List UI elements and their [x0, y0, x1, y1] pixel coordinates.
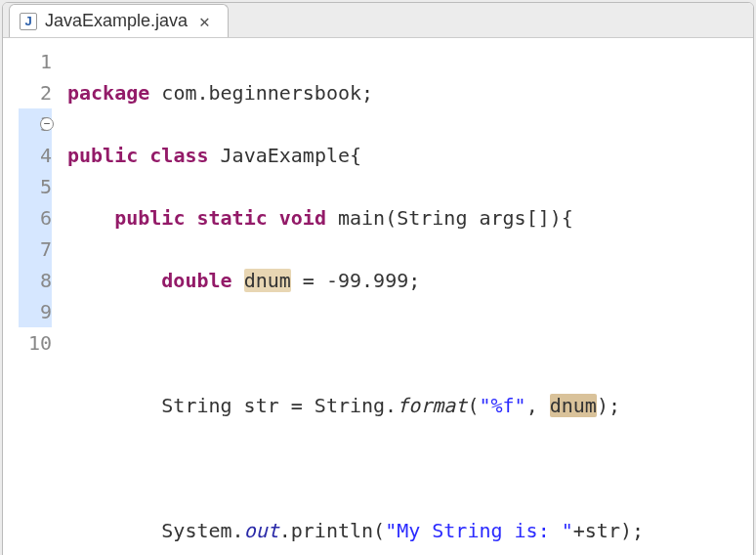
- line-number: 1: [19, 46, 52, 77]
- line-number: 9: [19, 296, 52, 327]
- java-file-icon: J: [20, 13, 37, 30]
- line-number: 8: [19, 265, 52, 296]
- line-number: 2: [19, 77, 52, 108]
- editor-tabbar: J JavaExample.java ✕: [3, 3, 753, 38]
- editor-tab[interactable]: J JavaExample.java ✕: [9, 4, 229, 37]
- code-area[interactable]: 1 2 3 − 4 5 6 7 8 9 10 package com.begin…: [3, 38, 753, 555]
- line-number: 4: [19, 140, 52, 171]
- line-number: 7: [19, 234, 52, 265]
- line-number: 5: [19, 171, 52, 202]
- line-number-gutter: 1 2 3 − 4 5 6 7 8 9 10: [19, 46, 62, 555]
- editor-panel: J JavaExample.java ✕ 1 2 3 − 4 5 6 7 8 9…: [2, 2, 754, 555]
- line-number: 10: [19, 327, 52, 359]
- close-tab-icon[interactable]: ✕: [195, 11, 214, 32]
- editor-tab-title: JavaExample.java: [45, 11, 188, 31]
- fold-bar: [3, 46, 19, 555]
- fold-toggle-icon[interactable]: −: [40, 117, 54, 131]
- line-number: 3 −: [19, 108, 52, 140]
- line-number: 6: [19, 202, 52, 234]
- code-text[interactable]: package com.beginnersbook; public class …: [62, 46, 753, 555]
